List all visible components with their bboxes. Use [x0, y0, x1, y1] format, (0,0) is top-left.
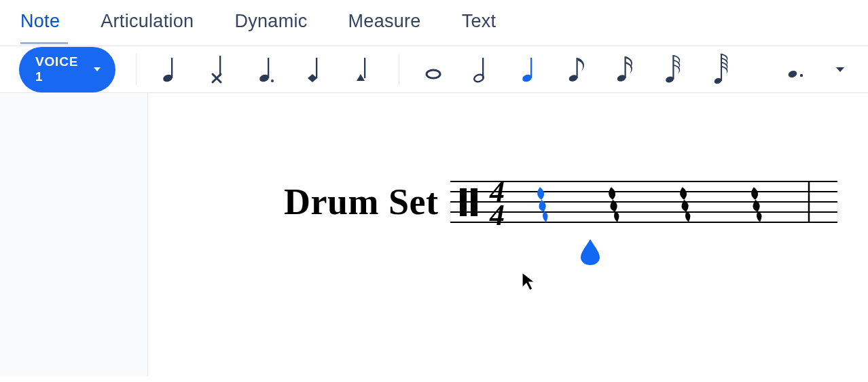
svg-rect-4 [268, 58, 269, 78]
quarter-note-button[interactable] [157, 54, 185, 85]
svg-point-21 [787, 69, 797, 78]
thirtysecond-note-icon [662, 54, 689, 85]
menu-tab-text[interactable]: Text [462, 12, 496, 31]
menu-tab-dynamic[interactable]: Dynamic [234, 12, 307, 31]
sixteenth-note-icon [613, 54, 640, 85]
chevron-down-icon [94, 67, 101, 71]
toolbar-separator [399, 54, 399, 85]
svg-rect-29 [471, 188, 477, 216]
triangle-notehead-icon [350, 54, 378, 85]
svg-rect-20 [721, 54, 722, 81]
staff: Drum Set 4 4 [284, 168, 837, 236]
svg-rect-16 [624, 56, 626, 78]
sixtyfourth-note-button[interactable] [709, 54, 737, 85]
menu-tab-note[interactable]: Note [20, 12, 60, 31]
diamond-notehead-icon [302, 54, 329, 85]
svg-rect-10 [482, 58, 484, 78]
svg-rect-6 [316, 58, 317, 78]
quarter-note-selected-icon [517, 54, 544, 85]
svg-point-5 [271, 80, 274, 82]
toolbar-more-button[interactable] [832, 54, 849, 85]
x-notehead-button[interactable] [206, 54, 234, 85]
whole-note-icon [420, 54, 447, 85]
workspace: Drum Set 4 4 [0, 93, 868, 377]
thirtysecond-note-button[interactable] [661, 54, 689, 85]
svg-rect-28 [460, 188, 467, 216]
sixteenth-note-button[interactable] [613, 54, 640, 85]
toolbar: VOICE 1 [0, 46, 868, 93]
time-sig-bottom: 4 [489, 198, 505, 232]
dotted-note-button[interactable] [784, 54, 812, 85]
menu-tab-measure[interactable]: Measure [348, 12, 421, 31]
time-signature: 4 4 [489, 175, 505, 232]
side-panel [0, 93, 148, 377]
svg-rect-18 [672, 55, 674, 80]
instrument-name: Drum Set [284, 181, 438, 223]
svg-rect-1 [171, 58, 173, 78]
diamond-notehead-button[interactable] [302, 54, 330, 85]
eighth-note-icon [565, 54, 592, 85]
cursor-arrow-icon [520, 271, 537, 292]
svg-point-8 [427, 70, 440, 78]
svg-rect-12 [530, 58, 532, 78]
dotted-notehead-button[interactable] [254, 54, 282, 85]
half-note-button[interactable] [468, 54, 496, 85]
svg-rect-7 [364, 58, 365, 78]
svg-point-22 [800, 74, 803, 77]
svg-rect-2 [219, 56, 221, 76]
svg-rect-14 [576, 58, 577, 78]
menu-bar: Note Articulation Dynamic Measure Text [0, 0, 868, 46]
quarter-note-duration-button[interactable] [516, 54, 544, 85]
triangle-notehead-button[interactable] [350, 54, 378, 85]
eighth-note-button[interactable] [564, 54, 592, 85]
chevron-down-icon [836, 67, 844, 72]
toolbar-separator [136, 54, 137, 85]
dotted-notehead-icon [254, 54, 281, 85]
x-notehead-icon [206, 54, 233, 85]
insertion-marker-icon [578, 238, 602, 265]
voice-selector-label: VOICE 1 [35, 54, 88, 84]
score-area[interactable]: Drum Set 4 4 [148, 93, 868, 377]
sixtyfourth-note-icon [710, 54, 737, 85]
whole-note-button[interactable] [420, 54, 448, 85]
voice-selector-button[interactable]: VOICE 1 [19, 47, 115, 92]
quarter-note-icon [158, 54, 185, 85]
staff-svg[interactable]: 4 4 [450, 168, 837, 236]
half-note-icon [469, 54, 496, 85]
dotted-note-icon [784, 54, 811, 85]
menu-tab-articulation[interactable]: Articulation [101, 12, 194, 31]
